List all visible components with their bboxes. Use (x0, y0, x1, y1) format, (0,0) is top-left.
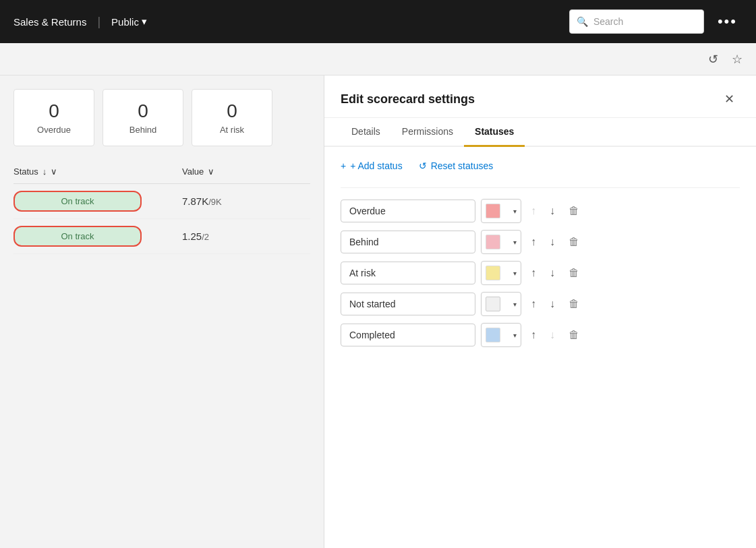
status-column-header[interactable]: Status ↓ ∨ (13, 166, 169, 177)
summary-cards: 0 Overdue 0 Behind 0 At risk (13, 89, 310, 146)
reset-icon: ↺ (419, 160, 427, 171)
delete-at-risk[interactable]: 🗑 (564, 264, 583, 282)
value-main-2: 1.25 (182, 231, 202, 242)
visibility-label: Public (111, 16, 139, 28)
color-swatch-behind (486, 235, 500, 249)
close-panel-button[interactable]: ✕ (719, 89, 740, 109)
value-target-2: /2 (202, 232, 209, 242)
color-chevron-icon-3: ▾ (513, 270, 517, 277)
color-chevron-icon-5: ▾ (513, 332, 517, 339)
move-down-not-started[interactable]: ↓ (546, 295, 559, 313)
table-header: Status ↓ ∨ Value ∨ (13, 160, 310, 184)
add-icon: + (341, 160, 346, 171)
tab-statuses[interactable]: Statuses (464, 118, 525, 147)
refresh-button[interactable]: ↺ (705, 49, 721, 69)
color-swatch-completed (486, 328, 500, 342)
status-name-input-not-started[interactable] (341, 293, 475, 315)
move-up-at-risk[interactable]: ↑ (527, 264, 540, 282)
toolbar-row: ↺ ☆ (0, 43, 756, 75)
value-cell-1: 7.87K/9K (169, 195, 310, 207)
status-header-label: Status (13, 166, 38, 177)
value-column-header[interactable]: Value ∨ (169, 166, 310, 177)
move-up-completed[interactable]: ↑ (527, 326, 540, 344)
status-cell: On track (13, 191, 169, 212)
color-picker-overdue[interactable]: ▾ (481, 199, 521, 223)
color-picker-not-started[interactable]: ▾ (481, 292, 521, 316)
move-down-completed[interactable]: ↓ (546, 326, 559, 344)
status-table: Status ↓ ∨ Value ∨ On track 7.87K/9K (13, 160, 310, 254)
panel-header: Edit scorecard settings ✕ (324, 75, 756, 118)
at-risk-card: 0 At risk (192, 89, 272, 146)
visibility-selector[interactable]: Public ▾ (111, 16, 147, 28)
color-picker-at-risk[interactable]: ▾ (481, 261, 521, 285)
table-row: On track 7.87K/9K (13, 184, 310, 219)
sort-icon: ↓ (42, 166, 47, 177)
search-icon: 🔍 (577, 16, 588, 27)
color-picker-behind[interactable]: ▾ (481, 230, 521, 254)
delete-overdue[interactable]: 🗑 (564, 202, 583, 220)
color-swatch-overdue (486, 204, 500, 218)
filter-chevron-icon: ∨ (51, 166, 57, 177)
add-status-button[interactable]: + + Add status (341, 158, 403, 174)
status-cell-2: On track (13, 226, 169, 247)
at-risk-count: 0 (208, 100, 256, 122)
value-cell-2: 1.25/2 (169, 231, 310, 242)
edit-scorecard-panel: Edit scorecard settings ✕ Details Permis… (324, 75, 756, 548)
overdue-label: Overdue (30, 125, 78, 135)
tab-permissions[interactable]: Permissions (391, 118, 464, 147)
search-box[interactable]: 🔍 Search (569, 9, 704, 34)
status-row-not-started: ▾ ↑ ↓ 🗑 (341, 292, 740, 316)
status-row-overdue: ▾ ↑ ↓ 🗑 (341, 199, 740, 223)
move-down-behind[interactable]: ↓ (546, 233, 559, 251)
color-swatch-at-risk (486, 266, 500, 280)
reset-statuses-button[interactable]: ↺ Reset statuses (419, 158, 494, 174)
value-main-1: 7.87K (182, 195, 208, 207)
action-row: + + Add status ↺ Reset statuses (341, 158, 740, 174)
behind-card: 0 Behind (103, 89, 183, 146)
overdue-card: 0 Overdue (13, 89, 94, 146)
panel-divider (341, 187, 740, 188)
move-up-not-started[interactable]: ↑ (527, 295, 540, 313)
status-list: ▾ ↑ ↓ 🗑 ▾ ↑ ↓ 🗑 (341, 199, 740, 347)
status-row-at-risk: ▾ ↑ ↓ 🗑 (341, 261, 740, 285)
behind-label: Behind (119, 125, 167, 135)
add-status-label: + Add status (350, 160, 402, 171)
on-track-badge-1[interactable]: On track (13, 191, 142, 212)
panel-tabs: Details Permissions Statuses (324, 118, 756, 147)
color-chevron-icon-2: ▾ (513, 239, 517, 246)
panel-title: Edit scorecard settings (341, 92, 475, 106)
on-track-badge-2[interactable]: On track (13, 226, 142, 247)
status-name-input-overdue[interactable] (341, 200, 475, 222)
tab-details[interactable]: Details (341, 118, 391, 147)
status-name-input-completed[interactable] (341, 324, 475, 346)
main-content: 0 Overdue 0 Behind 0 At risk Status ↓ ∨ (0, 75, 756, 548)
delete-not-started[interactable]: 🗑 (564, 295, 583, 313)
color-chevron-icon: ▾ (513, 208, 517, 215)
table-row: On track 1.25/2 (13, 219, 310, 254)
color-picker-completed[interactable]: ▾ (481, 323, 521, 347)
move-up-overdue[interactable]: ↑ (527, 202, 540, 220)
more-options-button[interactable]: ••• (712, 10, 743, 33)
app-title: Sales & Returns (13, 16, 86, 28)
top-navigation: Sales & Returns | Public ▾ 🔍 Search ••• (0, 0, 756, 43)
move-down-overdue[interactable]: ↓ (546, 202, 559, 220)
status-row-completed: ▾ ↑ ↓ 🗑 (341, 323, 740, 347)
behind-count: 0 (119, 100, 167, 122)
overdue-count: 0 (30, 100, 78, 122)
panel-body: + + Add status ↺ Reset statuses ▾ (324, 147, 756, 548)
left-panel: 0 Overdue 0 Behind 0 At risk Status ↓ ∨ (0, 75, 324, 548)
status-row-behind: ▾ ↑ ↓ 🗑 (341, 230, 740, 254)
nav-separator: | (97, 15, 100, 29)
value-target-1: /9K (208, 197, 222, 207)
delete-completed[interactable]: 🗑 (564, 326, 583, 344)
status-name-input-at-risk[interactable] (341, 262, 475, 284)
move-down-at-risk[interactable]: ↓ (546, 264, 559, 282)
color-chevron-icon-4: ▾ (513, 301, 517, 308)
move-up-behind[interactable]: ↑ (527, 233, 540, 251)
value-header-label: Value (182, 166, 204, 177)
value-chevron-icon: ∨ (208, 166, 214, 177)
status-name-input-behind[interactable] (341, 231, 475, 253)
favorite-button[interactable]: ☆ (729, 49, 745, 69)
color-swatch-not-started (486, 297, 500, 311)
delete-behind[interactable]: 🗑 (564, 233, 583, 251)
